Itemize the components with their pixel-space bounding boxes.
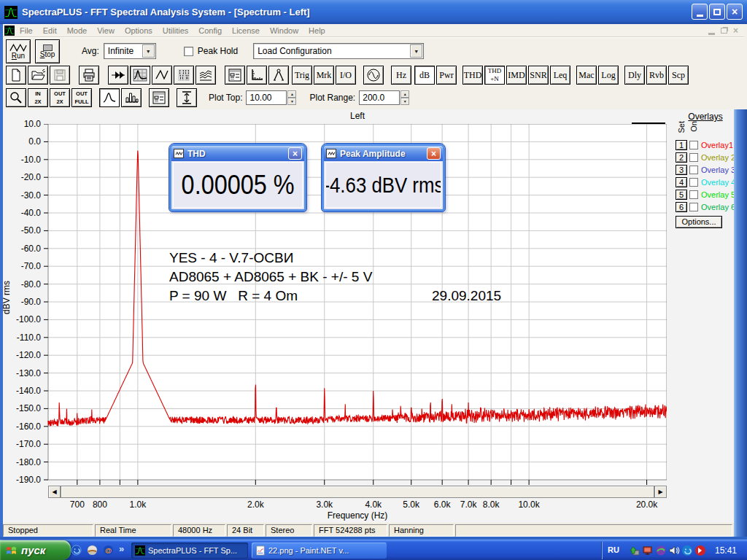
menu-help[interactable]: Help bbox=[303, 26, 330, 35]
mdi-close-icon[interactable]: × bbox=[733, 26, 738, 35]
overlay-1-set-button[interactable]: 1 bbox=[676, 140, 687, 150]
tray-download-manager-icon[interactable] bbox=[694, 545, 706, 556]
close-button[interactable]: × bbox=[727, 4, 743, 20]
overlay-2-on-checkbox[interactable] bbox=[689, 153, 698, 162]
tray-volume-icon[interactable] bbox=[668, 545, 680, 556]
peak-window-titlebar[interactable]: Peak Amplitude × bbox=[324, 146, 443, 161]
spin-up-icon[interactable]: ▲ bbox=[400, 90, 409, 98]
toolbar-calibration-button[interactable] bbox=[268, 66, 289, 85]
menu-file[interactable]: File bbox=[15, 26, 38, 35]
toolbar-delay-button[interactable]: Dly bbox=[624, 66, 645, 85]
toolbar-save-button[interactable] bbox=[50, 66, 70, 85]
toolbar-snr-button[interactable]: SNR bbox=[528, 66, 549, 85]
menu-options[interactable]: Options bbox=[120, 26, 158, 35]
thd-window[interactable]: THD × 0.00005 % bbox=[169, 144, 306, 211]
plot-horizontal-scrollbar[interactable]: ◀ ▶ bbox=[48, 486, 667, 498]
menu-utilities[interactable]: Utilities bbox=[158, 26, 193, 35]
toolbar-thd-button[interactable]: THD bbox=[462, 66, 483, 85]
toolbar-pwr-units-button[interactable]: Pwr bbox=[436, 66, 457, 85]
thd-close-icon[interactable]: × bbox=[288, 147, 302, 160]
overlay-3-set-button[interactable]: 3 bbox=[676, 165, 687, 175]
taskbar-clock[interactable]: 15:41 bbox=[715, 545, 737, 556]
maximize-button[interactable] bbox=[709, 4, 725, 20]
quicklaunch-globe-icon[interactable] bbox=[86, 544, 98, 556]
scroll-left-arrow-icon[interactable]: ◀ bbox=[48, 486, 61, 498]
toolbar-surface-view-button[interactable] bbox=[196, 66, 216, 85]
toolbar-processing-settings-button[interactable] bbox=[225, 66, 245, 85]
toolbar-zoom-out-full-button[interactable]: OUT FULL bbox=[71, 88, 92, 107]
toolbar-scaling-button[interactable] bbox=[247, 66, 267, 85]
spin-down-icon[interactable]: ▼ bbox=[400, 98, 409, 105]
toolbar-zoom-button[interactable] bbox=[6, 88, 26, 107]
minimize-button[interactable] bbox=[692, 4, 708, 20]
plot-top-spinner[interactable]: ▲▼ bbox=[287, 90, 296, 105]
toolbar-trigger-button[interactable]: Trig bbox=[292, 66, 312, 85]
menu-license[interactable]: License bbox=[227, 26, 265, 35]
avg-select[interactable]: Infinite ▼ bbox=[104, 43, 156, 59]
menu-view[interactable]: View bbox=[92, 26, 120, 35]
toolbar-macro-button[interactable]: Mac bbox=[576, 66, 597, 85]
overlay-4-on-checkbox[interactable] bbox=[689, 178, 698, 187]
peak-close-icon[interactable]: × bbox=[427, 147, 441, 160]
toolbar-io-button[interactable]: I/O bbox=[336, 66, 356, 85]
menu-mode[interactable]: Mode bbox=[62, 26, 93, 35]
scroll-right-arrow-icon[interactable]: ▶ bbox=[654, 486, 667, 498]
toolbar-thd-n-button[interactable]: THD +N bbox=[484, 66, 505, 85]
run-button[interactable]: Run bbox=[6, 39, 31, 63]
toolbar-db-units-button[interactable]: dB bbox=[414, 66, 435, 85]
overlay-6-set-button[interactable]: 6 bbox=[676, 202, 687, 212]
menu-window[interactable]: Window bbox=[265, 26, 303, 35]
toolbar-zoom-in-2x-button[interactable]: IN 2X bbox=[28, 88, 48, 107]
peak-amplitude-window[interactable]: Peak Amplitude × -4.63 dBV rms bbox=[322, 144, 445, 211]
tray-messenger-icon[interactable] bbox=[681, 545, 693, 556]
toolbar-zoom-out-2x-button[interactable]: OUT 2X bbox=[50, 88, 70, 107]
overlay-5-set-button[interactable]: 5 bbox=[676, 190, 687, 200]
mdi-minimize-icon[interactable] bbox=[708, 33, 715, 35]
overlay-6-on-checkbox[interactable] bbox=[689, 203, 698, 211]
overlays-title[interactable]: Overlays bbox=[674, 112, 737, 122]
overlay-4-set-button[interactable]: 4 bbox=[676, 177, 687, 187]
toolbar-print-button[interactable] bbox=[79, 66, 99, 85]
overlay-3-on-checkbox[interactable] bbox=[689, 166, 698, 174]
peak-hold-checkbox[interactable] bbox=[184, 47, 193, 56]
plot-top-input[interactable] bbox=[246, 90, 287, 105]
scrollbar-thumb[interactable] bbox=[61, 486, 654, 498]
toolbar-scope-button[interactable]: Scp bbox=[668, 66, 689, 85]
spin-down-icon[interactable]: ▼ bbox=[287, 98, 296, 105]
tray-antivirus-icon[interactable] bbox=[655, 545, 667, 556]
load-configuration-select[interactable]: Load Configuration ▼ bbox=[253, 43, 424, 59]
quicklaunch-mail-agent-icon[interactable]: @ bbox=[102, 544, 115, 556]
toolbar-signal-generator-button[interactable] bbox=[363, 66, 384, 85]
avg-dropdown-arrow-icon[interactable]: ▼ bbox=[142, 44, 155, 58]
toolbar-markers-button[interactable]: Mrk bbox=[314, 66, 334, 85]
toolbar-new-button[interactable] bbox=[6, 66, 26, 85]
start-button[interactable]: пуск bbox=[0, 540, 71, 560]
thd-window-titlebar[interactable]: THD × bbox=[171, 146, 304, 161]
tray-display-icon[interactable] bbox=[642, 545, 654, 556]
language-indicator[interactable]: RU bbox=[608, 545, 619, 554]
quicklaunch-messenger-icon[interactable] bbox=[70, 544, 82, 556]
toolbar-run-analyzer-button[interactable] bbox=[108, 66, 128, 85]
plot-range-spinner[interactable]: ▲▼ bbox=[400, 90, 409, 105]
overlays-options-button[interactable]: Options... bbox=[676, 216, 722, 228]
toolbar-time-series-view-button[interactable] bbox=[152, 66, 172, 85]
toolbar-reverb-button[interactable]: Rvb bbox=[646, 66, 667, 85]
spin-up-icon[interactable]: ▲ bbox=[287, 90, 296, 98]
tray-usb-eject-icon[interactable] bbox=[629, 545, 640, 556]
toolbar-open-button[interactable] bbox=[28, 66, 48, 85]
toolbar-imd-button[interactable]: IMD bbox=[506, 66, 527, 85]
overlay-5-on-checkbox[interactable] bbox=[689, 190, 698, 199]
menu-config[interactable]: Config bbox=[193, 26, 227, 35]
overlay-2-set-button[interactable]: 2 bbox=[676, 152, 687, 163]
load-configuration-dropdown-arrow-icon[interactable]: ▼ bbox=[410, 44, 422, 58]
toolbar-spectrum-view-button[interactable] bbox=[130, 66, 150, 85]
toolbar-logging-button[interactable]: Log bbox=[598, 66, 619, 85]
overlay-1-on-checkbox[interactable] bbox=[689, 141, 698, 149]
plot-range-input[interactable] bbox=[359, 90, 400, 105]
task-spectraplus[interactable]: SpectraPLUS - FFT Sp... bbox=[131, 542, 248, 559]
quicklaunch-overflow-chevron-icon[interactable]: » bbox=[119, 543, 124, 554]
toolbar-spectrogram-view-button[interactable] bbox=[174, 66, 194, 85]
menu-edit[interactable]: Edit bbox=[38, 26, 62, 35]
toolbar-hz-units-button[interactable]: Hz bbox=[391, 66, 411, 85]
task-paintnet[interactable]: 22.png - Paint.NET v... bbox=[252, 542, 387, 559]
